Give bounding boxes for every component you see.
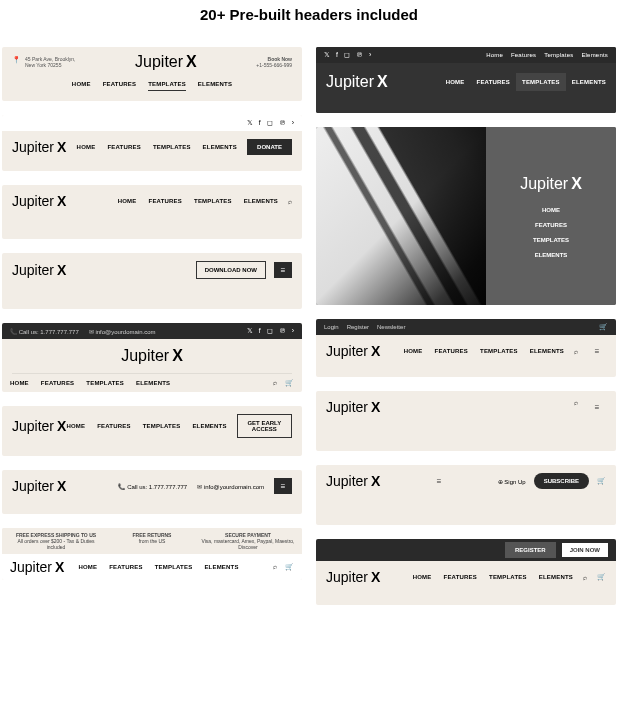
logo[interactable]: Jupiter X — [326, 473, 380, 489]
nav-features[interactable]: FEATURES — [149, 198, 183, 204]
nav-elements[interactable]: ELEMENTS — [539, 574, 573, 580]
instagram-icon[interactable]: ◻ — [267, 327, 273, 335]
search-icon[interactable]: ⌕ — [583, 574, 587, 581]
cart-icon[interactable]: 🛒 — [599, 323, 608, 331]
subscribe-button[interactable]: SUBSCRIBE — [534, 473, 589, 489]
facebook-icon[interactable]: f — [259, 327, 261, 335]
topnav-home[interactable]: Home — [486, 52, 503, 58]
logo[interactable]: Jupiter X — [326, 569, 380, 585]
rss-icon[interactable]: › — [292, 327, 294, 335]
logo[interactable]: Jupiter X — [12, 418, 66, 434]
twitter-icon[interactable]: 𝕏 — [247, 327, 253, 335]
hamburger-icon[interactable]: ≡ — [430, 473, 448, 489]
search-icon[interactable]: ⌕ — [574, 348, 578, 355]
facebook-icon[interactable]: f — [259, 119, 261, 127]
nav-elements[interactable]: ELEMENTS — [530, 348, 564, 354]
logo[interactable]: Jupiter X — [121, 347, 183, 365]
nav-home[interactable]: HOME — [77, 144, 96, 150]
rss-icon[interactable]: › — [369, 51, 371, 59]
hamburger-icon[interactable]: ≡ — [274, 262, 292, 278]
nav-home[interactable]: HOME — [72, 81, 91, 91]
nav-home[interactable]: HOME — [66, 423, 85, 429]
nav-templates[interactable]: TEMPLATES — [148, 81, 186, 91]
nav-templates[interactable]: TEMPLATES — [480, 348, 518, 354]
signup-link[interactable]: ⊕ Sign Up — [498, 478, 526, 485]
nav-features[interactable]: FEATURES — [107, 144, 141, 150]
nav-templates[interactable]: TEMPLATES — [86, 380, 124, 386]
logo[interactable]: Jupiter X — [12, 193, 66, 209]
nav-features[interactable]: FEATURES — [444, 574, 478, 580]
topnav-features[interactable]: Features — [511, 52, 536, 58]
nav-features[interactable]: FEATURES — [477, 79, 511, 86]
nav-elements[interactable]: ELEMENTS — [136, 380, 170, 386]
logo[interactable]: Jupiter X — [12, 139, 66, 155]
logo[interactable]: Jupiter X — [135, 53, 197, 71]
logo[interactable]: Jupiter X — [12, 262, 66, 278]
nav-features[interactable]: FEATURES — [435, 348, 469, 354]
donate-button[interactable]: DONATE — [247, 139, 292, 155]
logo[interactable]: Jupiter X — [326, 73, 388, 91]
cart-icon[interactable]: 🛒 — [285, 379, 294, 387]
register-link[interactable]: Register — [347, 324, 369, 330]
facebook-icon[interactable]: f — [336, 51, 338, 59]
nav-templates[interactable]: TEMPLATES — [153, 144, 191, 150]
rss-icon[interactable]: › — [292, 119, 294, 127]
cart-icon[interactable]: 🛒 — [597, 573, 606, 581]
nav-home[interactable]: HOME — [78, 564, 97, 570]
nav-home[interactable]: HOME — [404, 348, 423, 354]
nav-home[interactable]: HOME — [542, 207, 560, 213]
nav-home[interactable]: HOME — [118, 198, 137, 204]
nav-templates[interactable]: TEMPLATES — [194, 198, 232, 204]
nav-features[interactable]: FEATURES — [97, 423, 131, 429]
nav-features[interactable]: FEATURES — [41, 380, 75, 386]
pinterest-icon[interactable]: ℗ — [356, 51, 363, 59]
instagram-icon[interactable]: ◻ — [344, 51, 350, 59]
pinterest-icon[interactable]: ℗ — [279, 327, 286, 335]
logo[interactable]: Jupiter X — [12, 478, 66, 494]
nav-templates[interactable]: TEMPLATES — [489, 574, 527, 580]
nav-templates[interactable]: TEMPLATES — [516, 73, 566, 92]
search-icon[interactable]: ⌕ — [273, 563, 277, 571]
twitter-icon[interactable]: 𝕏 — [247, 119, 253, 127]
nav-elements[interactable]: ELEMENTS — [192, 423, 226, 429]
logo[interactable]: Jupiter X — [520, 175, 582, 193]
nav-elements[interactable]: ELEMENTS — [535, 252, 568, 258]
cart-icon[interactable]: 🛒 — [285, 563, 294, 571]
logo[interactable]: Jupiter X — [326, 343, 380, 359]
pinterest-icon[interactable]: ℗ — [279, 119, 286, 127]
nav-templates[interactable]: TEMPLATES — [155, 564, 193, 570]
hamburger-icon[interactable]: ≡ — [588, 343, 606, 359]
search-icon[interactable]: ⌕ — [288, 198, 292, 205]
register-button[interactable]: REGISTER — [505, 542, 556, 558]
nav-elements[interactable]: ELEMENTS — [198, 81, 232, 91]
nav-elements[interactable]: ELEMENTS — [244, 198, 278, 204]
nav-templates[interactable]: TEMPLATES — [143, 423, 181, 429]
nav-home[interactable]: HOME — [413, 574, 432, 580]
join-now-button[interactable]: JOIN NOW — [562, 543, 608, 557]
early-access-button[interactable]: GET EARLY ACCESS — [237, 414, 292, 438]
header-preview-7: Jupiter X 📞 Call us: 1.777.777.777 ✉ inf… — [2, 470, 302, 514]
topnav-elements[interactable]: Elements — [581, 52, 608, 58]
nav-features[interactable]: FEATURES — [109, 564, 143, 570]
login-link[interactable]: Login — [324, 324, 339, 330]
nav-features[interactable]: FEATURES — [535, 222, 567, 228]
topnav-templates[interactable]: Templates — [544, 52, 573, 58]
logo[interactable]: Jupiter X — [326, 399, 380, 415]
download-button[interactable]: DOWNLOAD NOW — [196, 261, 266, 279]
hamburger-icon[interactable]: ≡ — [588, 399, 606, 415]
hamburger-icon[interactable]: ≡ — [274, 478, 292, 494]
search-icon[interactable]: ⌕ — [273, 379, 277, 387]
logo[interactable]: Jupiter X — [10, 559, 64, 575]
instagram-icon[interactable]: ◻ — [267, 119, 273, 127]
nav-elements[interactable]: ELEMENTS — [204, 564, 238, 570]
nav-home[interactable]: HOME — [446, 79, 465, 86]
search-icon[interactable]: ⌕ — [574, 399, 578, 415]
newsletter-link[interactable]: Newsletter — [377, 324, 405, 330]
cart-icon[interactable]: 🛒 — [597, 477, 606, 485]
nav-features[interactable]: FEATURES — [103, 81, 137, 91]
nav-elements[interactable]: ELEMENTS — [203, 144, 237, 150]
twitter-icon[interactable]: 𝕏 — [324, 51, 330, 59]
nav-elements[interactable]: ELEMENTS — [572, 79, 606, 86]
nav-templates[interactable]: TEMPLATES — [533, 237, 569, 243]
nav-home[interactable]: HOME — [10, 380, 29, 386]
